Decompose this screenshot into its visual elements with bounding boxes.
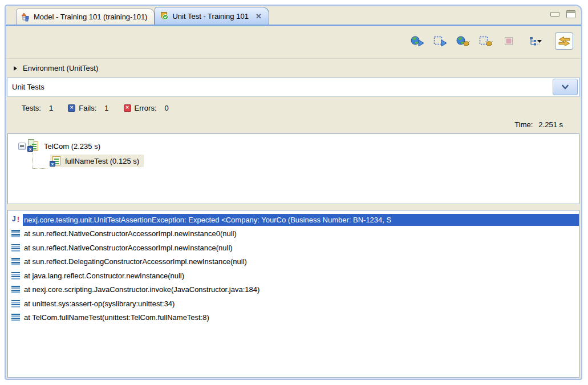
fails-label: Fails: [79,104,96,112]
trace-line-text: nexj.core.testing.unit.UnitTestAssertion… [23,214,579,226]
trace-line[interactable]: at sun.reflect.DelegatingConstructorAcce… [8,255,579,269]
selected-tree-item-highlight: fullNameTest (0.125 s) [50,155,144,167]
trace-line[interactable]: at sun.reflect.NativeConstructorAccessor… [8,227,579,241]
run-selected-test-button[interactable] [433,34,448,48]
stack-frame-icon [11,286,20,293]
tests-count: 1 [49,104,53,112]
debug-all-tests-button[interactable] [456,34,471,48]
test-suite-icon [30,141,38,151]
trace-line[interactable]: at TelCom.fullNameTest(unittest:TelCom.f… [8,311,579,325]
test-scope-combobox[interactable]: Unit Tests [7,78,580,96]
globe-debug-icon [456,35,470,47]
tests-label: Tests: [22,104,41,112]
stack-frame-icon [11,230,20,237]
trace-line-text: at TelCom.fullNameTest(unittest:TelCom.f… [24,313,209,322]
test-result-tree[interactable]: TelCom (2.235 s) fullNameTest (0.125 s) [7,133,579,204]
trace-line-exception[interactable]: nexj.core.testing.unit.UnitTestAssertion… [8,213,579,227]
stack-frame-icon [11,272,20,279]
tree-item-label: fullNameTest (0.125 s) [65,157,139,165]
minimize-icon[interactable] [550,12,559,17]
tab-label: Model - Training 101 (training-101) [34,13,147,21]
combo-dropdown-button[interactable] [553,79,578,95]
scope-debug-icon [479,35,493,47]
trace-line-text: at sun.reflect.NativeConstructorAccessor… [24,244,233,252]
fails-count: 1 [104,104,108,112]
tree-connector-line [32,153,47,169]
tab-label: Unit Test - Training 101 [172,12,248,21]
trace-line[interactable]: at sun.reflect.NativeConstructorAccessor… [8,241,579,255]
trace-line-text: at nexj.core.scripting.JavaConstructor.i… [24,285,259,294]
debug-selected-test-button[interactable] [478,34,493,48]
tree-item-label: TelCom (2.235 s) [44,142,100,151]
chevron-down-icon [561,84,570,91]
stack-frame-icon [11,314,20,321]
environment-label: Environment (UnitTest) [23,64,98,72]
view-tab-bar: Model - Training 101 (training-101) Unit… [6,6,581,26]
collapsed-triangle-icon[interactable] [14,66,17,71]
java-exception-icon [11,215,21,224]
window-controls [550,10,575,18]
trace-line-text: at sun.reflect.DelegatingConstructorAcce… [24,257,247,266]
trace-line-text: at sun.reflect.NativeConstructorAccessor… [24,229,237,238]
sync-with-editor-toggle[interactable] [555,33,573,50]
combo-selected-value: Unit Tests [7,83,553,91]
unit-test-view-page: Model - Training 101 (training-101) Unit… [0,0,588,385]
time-value: 2.251 s [538,120,563,129]
tree-item-telcom[interactable]: TelCom (2.235 s) [18,139,579,153]
elapsed-time: Time: 2.251 s [514,117,563,131]
sync-arrows-icon [558,37,570,46]
test-stats-bar: Tests: 1 Fails: 1 Errors: 0 [6,99,581,117]
scope-run-icon [433,35,447,47]
errors-count: 0 [165,104,169,112]
tab-model-training-101[interactable]: Model - Training 101 (training-101) [16,9,155,25]
environment-section-header[interactable]: Environment (UnitTest) [6,58,581,78]
test-hierarchy-menu-button[interactable] [524,34,547,48]
trace-line-text: at java.lang.reflect.Constructor.newInst… [24,271,184,280]
errors-label: Errors: [135,104,157,112]
unit-test-view-frame: Model - Training 101 (training-101) Unit… [5,5,582,380]
maximize-icon[interactable] [566,10,575,18]
trace-line[interactable]: at unittest.sys:assert-op(syslibrary:uni… [8,297,579,311]
close-tab-icon[interactable]: ✕ [256,13,262,20]
failure-trace-list[interactable]: nexj.core.testing.unit.UnitTestAssertion… [7,210,579,378]
tree-item-fullnametest[interactable]: fullNameTest (0.125 s) [50,153,579,168]
stack-frame-icon [11,300,20,307]
globe-run-icon [411,35,424,47]
fail-icon [68,104,75,112]
trace-line-text: at unittest.sys:assert-op(syslibrary:uni… [24,299,175,308]
trace-line[interactable]: at nexj.core.scripting.JavaConstructor.i… [8,283,579,297]
stop-test-button-disabled [501,34,516,48]
run-all-tests-button[interactable] [410,34,425,48]
view-toolbar [6,26,581,56]
collapse-toggle-icon[interactable] [18,143,26,150]
trace-line[interactable]: at java.lang.reflect.Constructor.newInst… [8,269,579,283]
unit-test-shield-icon [160,11,169,21]
tab-unit-test-training-101[interactable]: Unit Test - Training 101 ✕ [155,7,269,25]
chevron-down-icon[interactable] [537,40,542,43]
stack-frame-icon [11,244,20,252]
stack-frame-icon [11,258,20,265]
error-icon [124,104,131,112]
test-case-icon [52,156,60,165]
time-label: Time: [514,120,533,129]
model-icon [21,13,30,22]
stop-icon [504,37,513,46]
